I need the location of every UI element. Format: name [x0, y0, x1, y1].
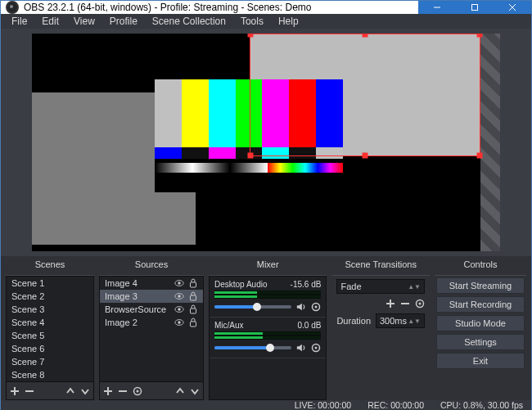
svg-rect-12 — [191, 295, 196, 300]
channel-name: Mic/Aux — [214, 321, 244, 330]
svg-point-26 — [315, 306, 318, 309]
minimize-button[interactable] — [418, 1, 456, 14]
source-settings-button[interactable] — [133, 386, 142, 396]
status-cpu: CPU: 0.8%, 30.00 fps — [440, 400, 523, 410]
channel-db: 0.0 dB — [298, 321, 322, 330]
menu-tools[interactable]: Tools — [233, 14, 271, 29]
svg-point-17 — [178, 321, 180, 323]
lock-icon[interactable] — [188, 291, 198, 301]
scene-item[interactable]: Scene 3 — [7, 303, 93, 316]
settings-button[interactable]: Settings — [436, 334, 525, 350]
preview-canvas[interactable] — [32, 34, 500, 251]
scene-item[interactable]: Scene 7 — [7, 355, 93, 368]
mixer-header: Mixer — [209, 259, 327, 276]
svg-marker-27 — [297, 345, 302, 352]
menu-scene-collection[interactable]: Scene Collection — [145, 14, 233, 29]
source-item[interactable]: BrowserSource — [100, 303, 203, 316]
mixer-body: Desktop Audio -15.6 dB — [209, 276, 327, 400]
speaker-icon[interactable] — [296, 302, 306, 312]
sources-header: Sources — [99, 259, 204, 276]
sources-panel: Sources Image 4 Image 3 BrowserSource Im… — [99, 259, 204, 400]
scene-item[interactable]: Scene 5 — [7, 329, 93, 342]
svg-point-34 — [419, 303, 422, 305]
close-button[interactable] — [494, 1, 531, 14]
scene-item[interactable]: Scene 6 — [7, 342, 93, 355]
menu-profile[interactable]: Profile — [102, 14, 145, 29]
svg-point-29 — [315, 347, 318, 349]
lock-icon[interactable] — [188, 318, 198, 327]
status-live: LIVE: 00:00:00 — [295, 400, 351, 410]
gear-icon[interactable] — [311, 302, 321, 312]
svg-point-11 — [178, 295, 180, 297]
menu-view[interactable]: View — [66, 14, 102, 29]
menu-file[interactable]: File — [4, 14, 34, 29]
menu-help[interactable]: Help — [271, 14, 306, 29]
menu-edit[interactable]: Edit — [34, 14, 66, 29]
eye-icon[interactable] — [174, 291, 184, 301]
volume-slider[interactable] — [214, 346, 291, 349]
scene-down-button[interactable] — [80, 386, 90, 396]
level-meter — [214, 331, 321, 340]
source-item[interactable]: Image 4 — [100, 277, 203, 290]
scene-item[interactable]: Scene 1 — [7, 277, 93, 290]
selection-box[interactable] — [250, 34, 480, 156]
gear-icon[interactable] — [415, 299, 425, 309]
channel-name: Desktop Audio — [214, 280, 268, 289]
speaker-icon[interactable] — [296, 343, 306, 353]
scene-add-button[interactable] — [10, 386, 20, 396]
scenes-panel: Scenes Scene 1 Scene 2 Scene 3 Scene 4 S… — [6, 259, 94, 400]
source-remove-button[interactable] — [118, 386, 128, 396]
duration-label: Duration — [336, 316, 371, 326]
svg-point-8 — [178, 282, 180, 284]
svg-point-14 — [178, 308, 180, 310]
transition-add-button[interactable] — [385, 299, 395, 309]
eye-icon[interactable] — [174, 278, 184, 288]
exit-button[interactable]: Exit — [436, 353, 525, 369]
svg-point-23 — [137, 390, 139, 392]
source-up-button[interactable] — [175, 386, 185, 396]
scenes-header: Scenes — [6, 259, 94, 276]
duration-input[interactable]: 300ms ▲▼ — [376, 313, 425, 328]
menubar: File Edit View Profile Scene Collection … — [1, 14, 531, 29]
scene-item[interactable]: Scene 2 — [7, 290, 93, 303]
transition-remove-button[interactable] — [400, 299, 410, 309]
chevron-updown-icon: ▲▼ — [408, 319, 421, 323]
source-item[interactable]: Image 3 — [100, 290, 203, 303]
lock-icon[interactable] — [188, 304, 198, 314]
svg-rect-15 — [191, 309, 196, 313]
eye-icon[interactable] — [174, 318, 184, 327]
source-item[interactable]: Image 2 — [100, 316, 203, 329]
svg-rect-9 — [191, 282, 196, 287]
gear-icon[interactable] — [311, 343, 321, 353]
svg-marker-24 — [297, 304, 302, 311]
level-meter — [214, 291, 321, 299]
transitions-panel: Scene Transitions Fade ▲▼ Duration 300ms… — [331, 259, 430, 400]
start-streaming-button[interactable]: Start Streaming — [436, 277, 525, 294]
scene-item[interactable]: Scene 8 — [7, 368, 93, 381]
source-add-button[interactable] — [103, 386, 113, 396]
scene-up-button[interactable] — [65, 386, 75, 396]
studio-mode-button[interactable]: Studio Mode — [436, 315, 525, 331]
svg-rect-1 — [472, 5, 478, 11]
volume-slider[interactable] — [214, 305, 291, 309]
scenes-list[interactable]: Scene 1 Scene 2 Scene 3 Scene 4 Scene 5 … — [6, 276, 94, 382]
transition-select[interactable]: Fade ▲▼ — [336, 279, 425, 294]
scene-remove-button[interactable] — [25, 386, 34, 396]
window-title: OBS 23.2.1 (64-bit, windows) - Profile: … — [24, 2, 418, 13]
svg-rect-18 — [191, 322, 196, 327]
transitions-header: Scene Transitions — [331, 259, 430, 276]
start-recording-button[interactable]: Start Recording — [436, 296, 525, 313]
lock-icon[interactable] — [188, 278, 198, 288]
sources-list[interactable]: Image 4 Image 3 BrowserSource Image 2 — [99, 276, 204, 382]
source-down-button[interactable] — [190, 386, 200, 396]
mixer-panel: Mixer Desktop Audio -15.6 dB — [209, 259, 327, 400]
app-icon — [6, 1, 19, 14]
status-bar: LIVE: 00:00:00 REC: 00:00:00 CPU: 0.8%, … — [1, 400, 531, 410]
mixer-channel: Mic/Aux 0.0 dB — [210, 318, 326, 358]
eye-icon[interactable] — [174, 304, 184, 314]
preview-area[interactable] — [1, 29, 531, 256]
channel-db: -15.6 dB — [291, 280, 322, 289]
mixer-channel: Desktop Audio -15.6 dB — [210, 277, 326, 318]
maximize-button[interactable] — [456, 1, 494, 14]
scene-item[interactable]: Scene 4 — [7, 316, 93, 329]
